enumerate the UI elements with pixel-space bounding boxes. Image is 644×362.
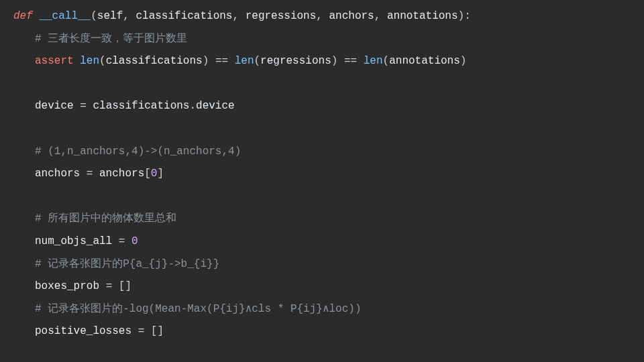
var-device: device [35, 100, 80, 112]
separator: , [374, 10, 387, 22]
var-positive-losses: positive_losses [35, 325, 138, 337]
code-line-1: def __call__(self, classifications, regr… [13, 5, 631, 28]
code-line-5: device = classifications.device [13, 95, 631, 118]
comment: # 记录各张图片的-log(Mean-Max(P{ij}∧cls * P{ij}… [35, 303, 362, 315]
operator-assign: = [80, 100, 93, 112]
bracket-close: ] [157, 168, 164, 180]
paren-open: ( [383, 55, 390, 67]
operator-eq: == [215, 55, 235, 67]
paren-close: ) [460, 55, 467, 67]
builtin-len: len [364, 55, 383, 67]
separator: , [232, 10, 245, 22]
bracket-open: [ [144, 168, 151, 180]
builtin-len: len [80, 55, 99, 67]
builtin-len: len [235, 55, 254, 67]
separator: , [123, 10, 136, 22]
param-anchors: anchors [329, 10, 374, 22]
operator-assign: = [106, 280, 119, 292]
code-editor: def __call__(self, classifications, regr… [13, 5, 631, 343]
var-num-objs-all: num_objs_all [35, 235, 119, 247]
comment: # 记录各张图片的P{a_{j}->b_{i}} [35, 258, 219, 270]
empty-list: [] [119, 280, 131, 292]
var-anchors-rhs: anchors [99, 168, 144, 180]
dot: . [189, 100, 196, 112]
paren-open: ( [91, 10, 97, 22]
code-line-14: # 记录各张图片的-log(Mean-Max(P{ij}∧cls * P{ij}… [13, 298, 631, 321]
operator-eq: == [344, 55, 364, 67]
keyword-assert: assert [35, 55, 80, 67]
code-line-10: # 所有图片中的物体数里总和 [13, 208, 631, 231]
operator-assign: = [138, 325, 151, 337]
keyword-def: def [13, 10, 39, 22]
comment: # 所有图片中的物体数里总和 [35, 213, 176, 225]
comment: # 三者长度一致，等于图片数里 [35, 33, 187, 45]
code-line-13: boxes_prob = [] [13, 276, 631, 298]
number-zero: 0 [151, 168, 158, 180]
code-line-15: positive_losses = [] [13, 320, 631, 343]
paren-close: ) [331, 55, 344, 67]
code-line-7: # (1,n_anchors,4)->(n_anchors,4) [13, 141, 631, 164]
code-line-2: # 三者长度一致，等于图片数里 [13, 28, 631, 51]
code-line-8: anchors = anchors[0] [13, 163, 631, 186]
paren-close: ): [458, 10, 471, 22]
code-line-11: num_objs_all = 0 [13, 231, 631, 253]
paren-open: ( [254, 55, 261, 67]
code-line-blank [13, 186, 631, 208]
var-regressions: regressions [260, 55, 331, 67]
param-classifications: classifications [136, 10, 232, 22]
number-zero: 0 [131, 235, 138, 247]
var-classifications: classifications [93, 100, 189, 112]
param-regressions: regressions [246, 10, 317, 22]
var-annotations: annotations [389, 55, 460, 67]
function-name: __call__ [39, 10, 91, 22]
paren-close: ) [203, 55, 215, 67]
param-annotations: annotations [387, 10, 458, 22]
empty-list: [] [151, 325, 164, 337]
code-line-blank [13, 118, 631, 141]
var-classifications: classifications [106, 55, 203, 67]
code-line-3: assert len(classifications) == len(regre… [13, 50, 631, 73]
operator-assign: = [119, 235, 131, 247]
comment: # (1,n_anchors,4)->(n_anchors,4) [35, 145, 241, 158]
operator-assign: = [87, 168, 99, 180]
separator: , [316, 10, 329, 22]
code-line-12: # 记录各张图片的P{a_{j}->b_{i}} [13, 253, 631, 276]
paren-open: ( [99, 55, 106, 67]
var-anchors: anchors [35, 168, 87, 180]
attr-device: device [196, 100, 235, 112]
code-line-blank [13, 73, 631, 96]
var-boxes-prob: boxes_prob [35, 280, 106, 292]
param-self: self [97, 10, 123, 22]
